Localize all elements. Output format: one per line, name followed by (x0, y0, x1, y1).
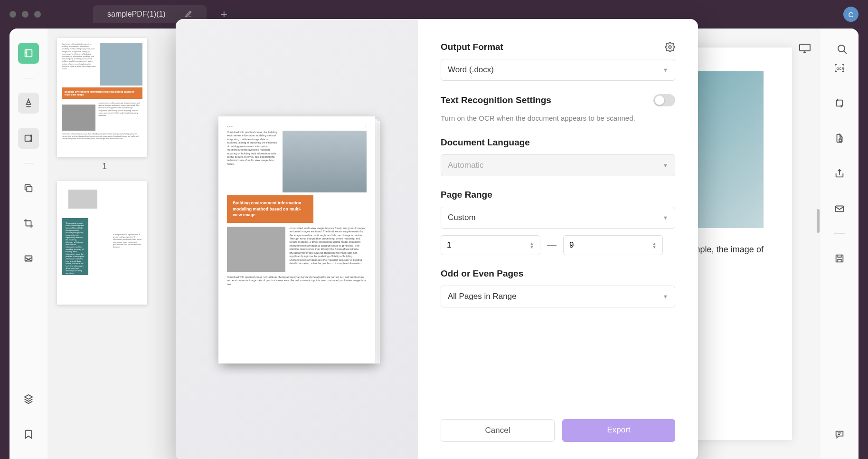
preview-page: ● ● ●1 Combined with practical cases, th… (218, 116, 375, 363)
edit-icon[interactable] (185, 10, 192, 18)
svg-rect-6 (839, 139, 842, 142)
copy-tool[interactable] (18, 178, 39, 199)
chevron-down-icon: ▼ (663, 67, 668, 73)
close-window-button[interactable] (9, 11, 16, 18)
tab-title: samplePDF(1)(1) (107, 10, 166, 19)
export-preview: ● ● ●1 Combined with practical cases, th… (176, 19, 418, 459)
lock-file-tool[interactable] (829, 128, 850, 149)
sign-tool[interactable] (18, 128, 39, 149)
chevron-down-icon: ▼ (663, 215, 668, 220)
select-value: Automatic (448, 161, 484, 170)
layers-tool[interactable] (18, 389, 39, 410)
select-value: Custom (448, 213, 476, 222)
right-toolbar: OCR (821, 29, 859, 459)
svg-rect-2 (27, 186, 32, 191)
svg-text:OCR: OCR (837, 67, 845, 71)
page-range-label: Page Range (441, 190, 675, 200)
svg-rect-5 (837, 100, 843, 106)
range-separator: — (547, 239, 557, 250)
thumbnails-panel: Combined with practical cases, the build… (47, 29, 161, 459)
export-form: Output Format Word (.docx) ▼ Text Recogn… (418, 19, 698, 459)
step-down-icon[interactable]: ▼ (529, 245, 534, 249)
page-from-input[interactable]: 1 ▲ ▼ (441, 235, 540, 255)
share-tool[interactable] (829, 163, 850, 184)
top-toolbar-right (799, 43, 811, 53)
page-to-value: 9 (569, 240, 574, 250)
toolbar-separator (834, 43, 845, 43)
presentation-icon[interactable] (799, 43, 811, 53)
ocr-tool[interactable]: OCR (829, 57, 850, 78)
search-button[interactable] (837, 44, 848, 55)
user-avatar[interactable]: C (843, 7, 859, 22)
svg-point-10 (838, 45, 845, 52)
select-value: All Pages in Range (448, 292, 517, 301)
svg-point-11 (669, 46, 671, 48)
ocr-hint: Turn on the OCR when the document appear… (441, 113, 675, 124)
fullscreen-window-button[interactable] (34, 11, 41, 18)
output-format-select[interactable]: Word (.docx) ▼ (441, 59, 675, 81)
svg-rect-8 (836, 255, 843, 262)
svg-rect-9 (800, 44, 810, 51)
settings-icon[interactable] (665, 42, 675, 52)
export-dialog: ● ● ●1 Combined with practical cases, th… (176, 19, 698, 459)
ocr-toggle[interactable] (653, 94, 675, 106)
preview-text: Combined with practical cases, the build… (227, 131, 279, 192)
preview-heading: Building environment information modelin… (227, 195, 313, 223)
save-tool[interactable] (829, 248, 850, 269)
redact-tool[interactable] (18, 248, 39, 269)
thumbnails-tool[interactable] (18, 43, 39, 64)
minimize-window-button[interactable] (22, 11, 28, 18)
left-toolbar (9, 29, 47, 459)
document-language-label: Document Language (441, 137, 675, 148)
ocr-label: Text Recognition Settings (441, 95, 551, 105)
thumb-page-number: 1 (57, 162, 152, 172)
odd-even-label: Odd or Even Pages (441, 268, 675, 279)
preview-text: constructed; multi-view image data are f… (289, 227, 366, 272)
toolbar-separator (834, 233, 845, 234)
document-language-select: Automatic ▼ (441, 154, 675, 176)
preview-text: Combined with practical cases, low-altit… (227, 276, 367, 286)
preview-image (283, 131, 367, 192)
rotate-tool[interactable] (829, 93, 850, 114)
mail-tool[interactable] (829, 198, 850, 219)
odd-even-select[interactable]: All Pages in Range ▼ (441, 286, 675, 307)
highlight-tool[interactable] (18, 93, 39, 114)
page-thumbnail[interactable]: The practical results show that through … (57, 181, 152, 305)
output-format-label: Output Format (441, 42, 503, 52)
scrollbar[interactable] (817, 209, 820, 233)
preview-image (227, 227, 285, 272)
page-to-input[interactable]: 9 ▲ ▼ (563, 235, 663, 255)
step-down-icon[interactable]: ▼ (652, 245, 657, 249)
comment-tool[interactable] (829, 424, 850, 445)
chevron-down-icon: ▼ (663, 294, 668, 299)
export-button[interactable]: Export (562, 419, 675, 442)
page-range-select[interactable]: Custom ▼ (441, 207, 675, 229)
toolbar-separator (23, 163, 34, 163)
window-controls (9, 11, 41, 18)
select-value: Word (.docx) (448, 65, 494, 75)
avatar-initial: C (849, 10, 854, 19)
page-from-value: 1 (447, 240, 451, 250)
svg-rect-0 (25, 50, 32, 57)
thumb-heading: Building environment information modelin… (62, 87, 142, 99)
crop-tool[interactable] (18, 213, 39, 234)
toolbar-separator (23, 78, 34, 78)
cancel-button[interactable]: Cancel (441, 419, 555, 442)
chevron-down-icon: ▼ (663, 163, 668, 168)
bookmark-tool[interactable] (18, 424, 39, 445)
svg-rect-7 (836, 206, 844, 212)
page-thumbnail[interactable]: Combined with practical cases, the build… (57, 38, 152, 172)
